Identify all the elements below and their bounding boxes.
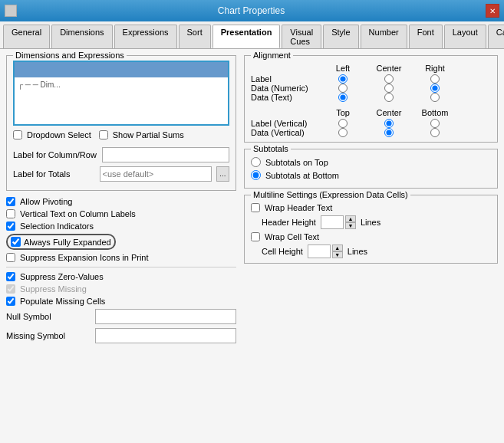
tab-visual-cues[interactable]: Visual Cues (282, 25, 321, 48)
label-column-label: Label for Column/Row (13, 150, 97, 159)
suppress-missing-label: Suppress Missing (20, 284, 87, 294)
align-label-vertical-label: Label (Vertical) (251, 119, 320, 128)
wrap-cell-text-checkbox[interactable] (251, 232, 260, 241)
multiline-group: Multiline Settings (Expression Data Cell… (244, 195, 498, 264)
alignment-headers-lcr: Left Center Right (251, 64, 491, 73)
align-data-vertical-label: Data (Vertical) (251, 128, 320, 137)
allow-pivoting-checkbox[interactable] (6, 197, 15, 206)
align-label-center-radio[interactable] (366, 74, 412, 84)
multiline-section: Wrap Header Text Header Height 2 ▲ ▼ Lin… (251, 203, 491, 258)
align-text-left-radio[interactable] (320, 93, 366, 102)
always-fully-expanded-row: Always Fully Expanded (6, 234, 116, 250)
align-header-center: Center (366, 64, 412, 73)
align-label-left-radio[interactable] (320, 74, 366, 84)
dimensions-list[interactable]: ┌ ─ ─ Dim... (13, 61, 229, 126)
alignment-headers-tcb: Top Center Bottom (251, 108, 491, 117)
subtotals-section: Subtotals on Top Subtotals at Bottom (251, 157, 491, 180)
align-text-right-radio[interactable] (412, 93, 458, 102)
subtotals-on-top-label: Subtotals on Top (265, 158, 328, 167)
tab-font[interactable]: Font (409, 25, 443, 48)
align-label-right-radio[interactable] (412, 74, 458, 84)
tab-sort[interactable]: Sort (179, 25, 211, 48)
align-numeric-left-radio[interactable] (320, 84, 366, 93)
always-fully-expanded-label: Always Fully Expanded (24, 238, 111, 247)
align-label-vert-bottom-radio[interactable] (412, 119, 458, 128)
missing-symbol-input[interactable] (95, 328, 236, 343)
tab-presentation[interactable]: Presentation (212, 25, 281, 48)
header-height-row: Header Height 2 ▲ ▼ Lines (251, 215, 491, 229)
alignment-group-label: Alignment (251, 51, 293, 60)
suppress-zero-row: Suppress Zero-Values (6, 272, 236, 281)
show-partial-sums-label: Show Partial Sums (113, 130, 184, 139)
suppress-expansion-checkbox[interactable] (6, 253, 15, 262)
missing-symbol-label: Missing Symbol (6, 331, 91, 340)
dimensions-expressions-group: Dimensions and Expressions ┌ ─ ─ Dim... … (6, 55, 236, 191)
allow-pivoting-row: Allow Pivoting (6, 197, 236, 206)
dim-expr-content: ┌ ─ ─ Dim... (15, 77, 228, 92)
header-height-up-button[interactable]: ▲ (345, 215, 356, 222)
tab-dimensions[interactable]: Dimensions (51, 25, 112, 48)
subtotals-on-top-radio[interactable] (251, 157, 261, 167)
suppress-expansion-row: Suppress Expansion Icons in Print (6, 253, 236, 262)
title-bar: Chart Properties ✕ (0, 0, 504, 21)
suppress-zero-checkbox[interactable] (6, 272, 15, 281)
label-column-input[interactable] (102, 147, 229, 162)
missing-symbol-row: Missing Symbol (6, 328, 236, 343)
tab-layout[interactable]: Layout (444, 25, 486, 48)
align-numeric-right-radio[interactable] (412, 84, 458, 93)
align-label-label: Label (251, 74, 320, 84)
subtotals-at-bottom-label: Subtotals at Bottom (265, 171, 339, 180)
tab-caption[interactable]: Caption (488, 25, 504, 48)
subtotals-at-bottom-row: Subtotals at Bottom (251, 170, 491, 180)
label-totals-input[interactable] (100, 166, 212, 182)
always-fully-expanded-checkbox[interactable] (11, 237, 21, 247)
align-data-vert-bottom-radio[interactable] (412, 128, 458, 137)
spacer1 (251, 102, 491, 108)
vertical-text-label: Vertical Text on Column Labels (20, 209, 136, 218)
selection-indicators-checkbox[interactable] (6, 222, 15, 231)
tab-style[interactable]: Style (323, 25, 358, 48)
label-totals-row: Label for Totals … (13, 166, 229, 182)
suppress-expansion-label: Suppress Expansion Icons in Print (20, 253, 149, 262)
selection-indicators-label: Selection Indicators (20, 222, 94, 231)
align-numeric-center-radio[interactable] (366, 84, 412, 93)
cell-height-up-button[interactable]: ▲ (332, 244, 343, 251)
subtotals-group-label: Subtotals (251, 144, 291, 153)
align-text-center-radio[interactable] (366, 93, 412, 102)
cell-height-suffix: Lines (348, 247, 367, 256)
align-data-vert-center-radio[interactable] (366, 128, 412, 137)
show-partial-sums-row: Show Partial Sums (99, 130, 184, 139)
vertical-text-checkbox[interactable] (6, 209, 15, 218)
align-label-vert-top-radio[interactable] (320, 119, 366, 128)
subtotals-on-top-row: Subtotals on Top (251, 157, 491, 167)
header-height-spinner: 2 ▲ ▼ (321, 215, 356, 229)
show-partial-sums-checkbox[interactable] (99, 130, 108, 139)
populate-missing-label: Populate Missing Cells (20, 297, 105, 306)
align-data-vert-top-radio[interactable] (320, 128, 366, 137)
left-panel: Dimensions and Expressions ┌ ─ ─ Dim... … (6, 55, 236, 443)
align-header-right: Right (412, 64, 458, 73)
subtotals-at-bottom-radio[interactable] (251, 170, 261, 180)
header-height-down-button[interactable]: ▼ (345, 222, 356, 229)
header-height-suffix: Lines (361, 218, 380, 227)
align-label-vert-center-radio[interactable] (366, 119, 412, 128)
tab-expressions[interactable]: Expressions (114, 25, 177, 48)
header-height-input[interactable]: 2 (321, 215, 344, 229)
checkbox-row-top: Dropdown Select Show Partial Sums (13, 130, 229, 143)
null-symbol-label: Null Symbol (6, 312, 91, 321)
suppress-missing-row: Suppress Missing (6, 284, 236, 294)
wrap-header-text-checkbox[interactable] (251, 203, 260, 212)
options-section: Allow Pivoting Vertical Text on Column L… (6, 197, 236, 343)
close-button[interactable]: ✕ (486, 4, 499, 18)
cell-height-input[interactable]: 2 (308, 244, 331, 258)
alignment-data-text-row: Data (Text) (251, 93, 491, 102)
null-symbol-input[interactable] (95, 309, 236, 324)
tab-number[interactable]: Number (361, 25, 407, 48)
populate-missing-checkbox[interactable] (6, 297, 15, 306)
dropdown-select-checkbox[interactable] (13, 130, 22, 139)
suppress-missing-checkbox[interactable] (6, 284, 15, 294)
cell-height-down-button[interactable]: ▼ (332, 251, 343, 258)
tab-general[interactable]: General (3, 25, 50, 48)
populate-missing-row: Populate Missing Cells (6, 297, 236, 306)
label-totals-button[interactable]: … (216, 166, 229, 182)
